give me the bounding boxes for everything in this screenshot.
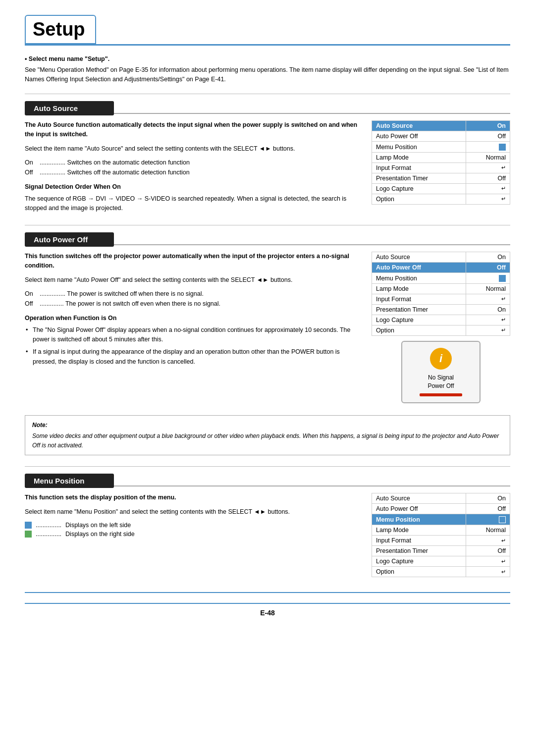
table-row: Auto Power Off Off xyxy=(372,504,510,514)
auto-power-off-normal: Select item name "Auto Power Off" and se… xyxy=(25,275,362,285)
menu-item-value xyxy=(466,142,510,153)
menu-position-section: Menu Position This function sets the dis… xyxy=(25,474,510,577)
menu-position-title: Menu Position xyxy=(25,474,114,488)
menu-item-value: Off xyxy=(466,263,510,273)
note-label: Note: xyxy=(32,421,503,430)
table-row: Option ↵ xyxy=(372,325,510,335)
auto-power-off-title: Auto Power Off xyxy=(25,232,114,247)
menu-item-name: Memu Position xyxy=(372,514,466,525)
menu-item-name: Memu Position xyxy=(372,273,466,284)
menu-item-name: Presentation Timer xyxy=(372,173,466,183)
menu-item-name: Auto Power Off xyxy=(372,263,466,273)
note-text: Some video decks and other equipment out… xyxy=(32,432,503,450)
auto-power-off-left: This function switches off the projector… xyxy=(25,252,362,403)
menu-item-name: Option xyxy=(372,325,466,335)
swatch-green-dots: ............... xyxy=(36,531,61,538)
menu-item-value: On xyxy=(466,121,510,131)
menu-item-name: Auto Source xyxy=(372,121,466,131)
menu-item-value: ↵ xyxy=(466,556,510,567)
auto-source-on: On............... Switches on the automa… xyxy=(25,158,362,167)
table-row: Auto Power Off Off xyxy=(372,263,510,273)
table-row: Option ↵ xyxy=(372,194,510,204)
auto-power-off-subheader: Operation when Function is On xyxy=(25,314,362,323)
table-row: Logo Capture ↵ xyxy=(372,183,510,194)
menu-item-value xyxy=(466,514,510,525)
table-row: Auto Source On xyxy=(372,493,510,504)
menu-item-value: ↵ xyxy=(466,567,510,577)
intro-section: • Select menu name "Setup". See "Menu Op… xyxy=(25,54,510,84)
auto-source-bold: The Auto Source function automatically d… xyxy=(25,120,362,139)
list-item: The "No Signal Power Off" display appear… xyxy=(25,325,362,345)
menu-item-name: Lamp Mode xyxy=(372,283,466,294)
auto-power-off-right: Auto Source On Auto Power Off Off Memu P… xyxy=(372,252,510,403)
table-row: Logo Capture ↵ xyxy=(372,556,510,567)
auto-source-left: The Auto Source function automatically d… xyxy=(25,120,362,213)
menu-item-value: On xyxy=(466,252,510,263)
menu-item-name: Presentation Timer xyxy=(372,546,466,556)
menu-item-name: Presentation Timer xyxy=(372,304,466,315)
auto-source-title: Auto Source xyxy=(25,101,114,115)
menu-position-left: This function sets the display position … xyxy=(25,493,362,577)
menu-item-name: Logo Capture xyxy=(372,183,466,194)
auto-power-off-bold: This function switches off the projector… xyxy=(25,252,362,270)
table-row: Memu Position xyxy=(372,514,510,525)
auto-source-normal: Select the item name "Auto Source" and s… xyxy=(25,144,362,154)
menu-item-name: Auto Power Off xyxy=(372,131,466,142)
table-row: Presentation Timer On xyxy=(372,304,510,315)
auto-power-off-off: Off.............. The power is not switc… xyxy=(25,299,362,309)
menu-item-name: Logo Capture xyxy=(372,315,466,325)
auto-source-menu: Auto Source On Auto Power Off Off Memu P… xyxy=(372,120,510,213)
menu-item-value: Normal xyxy=(466,152,510,162)
auto-source-table: Auto Source On Auto Power Off Off Memu P… xyxy=(372,120,510,205)
auto-power-off-bullets: The "No Signal Power Off" display appear… xyxy=(25,325,362,367)
swatch-blue-dots: ............... xyxy=(36,522,61,529)
page-title-block: Setup xyxy=(25,15,510,46)
menu-item-name: Auto Source xyxy=(372,252,466,263)
intro-text: See "Menu Operation Method" on Page E-35… xyxy=(25,65,510,84)
menu-item-value: On xyxy=(466,493,510,504)
menu-item-name: Lamp Mode xyxy=(372,152,466,162)
menu-item-name: Auto Source xyxy=(372,493,466,504)
menu-item-value: ↵ xyxy=(466,315,510,325)
table-row: Presentation Timer Off xyxy=(372,173,510,183)
menu-item-value: ↵ xyxy=(466,294,510,304)
auto-power-off-section: Auto Power Off This function switches of… xyxy=(25,232,510,403)
table-row: Input Format ↵ xyxy=(372,536,510,546)
table-row: Lamp Mode Normal xyxy=(372,152,510,162)
auto-source-subheader: Signal Detection Order When On xyxy=(25,182,362,192)
auto-source-section: Auto Source The Auto Source function aut… xyxy=(25,101,510,213)
menu-item-value: Normal xyxy=(466,525,510,536)
auto-source-subtext: The sequence of RGB → DVI → VIDEO → S-VI… xyxy=(25,194,362,214)
table-row: Logo Capture ↵ xyxy=(372,315,510,325)
menu-item-value: ↵ xyxy=(466,325,510,335)
menu-item-value: ↵ xyxy=(466,536,510,546)
no-signal-bar xyxy=(420,393,463,396)
table-row: Auto Power Off Off xyxy=(372,131,510,142)
menu-item-name: Input Format xyxy=(372,536,466,546)
table-row: Presentation Timer Off xyxy=(372,546,510,556)
menu-position-swatches: ............... Displays on the left sid… xyxy=(25,522,362,538)
menu-item-value: Off xyxy=(466,131,510,142)
table-row: Auto Source On xyxy=(372,121,510,131)
menu-position-menu: Auto Source On Auto Power Off Off Memu P… xyxy=(372,493,510,577)
menu-item-name: Input Format xyxy=(372,294,466,304)
menu-item-name: Input Format xyxy=(372,162,466,173)
menu-item-value: ↵ xyxy=(466,183,510,194)
menu-item-value: Normal xyxy=(466,283,510,294)
table-row: Input Format ↵ xyxy=(372,294,510,304)
list-item: If a signal is input during the appearan… xyxy=(25,347,362,367)
menu-position-bold: This function sets the display position … xyxy=(25,493,362,502)
menu-item-value: Off xyxy=(466,173,510,183)
menu-item-value xyxy=(466,273,510,284)
swatch-row-blue: ............... Displays on the left sid… xyxy=(25,522,362,529)
intro-bullet: • Select menu name "Setup". xyxy=(25,54,510,64)
menu-item-value: ↵ xyxy=(466,162,510,173)
menu-item-name: Logo Capture xyxy=(372,556,466,567)
menu-item-name: Auto Power Off xyxy=(372,504,466,514)
green-swatch xyxy=(25,531,32,538)
menu-position-normal: Select item name "Menu Position" and sel… xyxy=(25,507,362,517)
menu-item-name: Lamp Mode xyxy=(372,525,466,536)
auto-source-off: Off............... Switches off the auto… xyxy=(25,167,362,177)
menu-item-value: ↵ xyxy=(466,194,510,204)
table-row: Option ↵ xyxy=(372,567,510,577)
